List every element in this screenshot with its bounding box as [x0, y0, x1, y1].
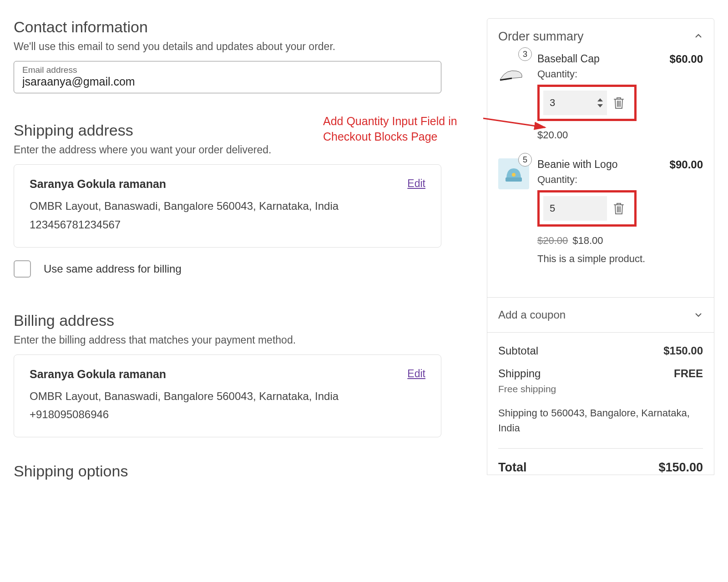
unit-price: $18.00: [572, 235, 603, 246]
quantity-highlight-box: [537, 190, 637, 227]
svg-point-2: [512, 173, 516, 177]
billing-address-card: Saranya Gokula ramanan Edit OMBR Layout,…: [14, 354, 441, 438]
email-label: Email address: [22, 65, 433, 75]
email-input[interactable]: [22, 75, 433, 88]
total-value: $150.00: [658, 461, 703, 475]
cart-item: 3 Baseball Cap $60.00 Quantity:: [498, 53, 703, 141]
shipping-extra-line: 123456781234567: [30, 216, 425, 234]
product-thumbnail: 5: [498, 158, 529, 189]
product-description: This is a simple product.: [537, 252, 703, 266]
shipping-address-card: Saranya Gokula ramanan Edit OMBR Layout,…: [14, 164, 441, 248]
product-thumbnail: 3: [498, 53, 529, 84]
contact-title: Contact information: [14, 18, 441, 36]
billing-name: Saranya Gokula ramanan: [30, 368, 166, 381]
product-name: Baseball Cap: [537, 53, 600, 65]
quantity-highlight-box: [537, 85, 637, 121]
quantity-badge: 3: [518, 47, 532, 61]
shipping-method: Free shipping: [498, 384, 703, 395]
shipping-edit-link[interactable]: Edit: [407, 177, 425, 190]
annotation-line2: Checkout Blocks Page: [323, 129, 457, 145]
billing-edit-link[interactable]: Edit: [407, 368, 425, 380]
cart-item: 5 Beanie with Logo $90.00 Quantit: [498, 158, 703, 266]
quantity-label: Quantity:: [537, 68, 703, 80]
stepper-down-icon[interactable]: [597, 104, 603, 108]
shipping-address-line: OMBR Layout, Banaswadi, Bangalore 560043…: [30, 197, 425, 216]
trash-icon: [613, 202, 625, 215]
order-summary-collapse-toggle[interactable]: [694, 31, 703, 42]
chevron-up-icon: [694, 31, 703, 40]
billing-address-line: OMBR Layout, Banaswadi, Bangalore 560043…: [30, 387, 425, 406]
quantity-input[interactable]: [543, 91, 593, 115]
same-billing-label: Use same address for billing: [44, 263, 182, 275]
order-summary-panel: Order summary 3 Baseball Cap: [487, 18, 714, 475]
unit-price: $20.00: [537, 129, 703, 141]
shipping-value: FREE: [674, 367, 703, 380]
shipping-to: Shipping to 560043, Bangalore, Karnataka…: [498, 405, 703, 435]
unit-original-price: $20.00: [537, 235, 568, 246]
quantity-badge: 5: [518, 153, 532, 167]
annotation-line1: Add Quantity Input Field in: [323, 114, 457, 129]
product-name: Beanie with Logo: [537, 158, 617, 171]
shipping-desc: Enter the address where you want your or…: [14, 144, 441, 156]
shipping-label: Shipping: [498, 367, 541, 380]
billing-desc: Enter the billing address that matches y…: [14, 334, 441, 346]
svg-rect-1: [506, 177, 522, 182]
line-total: $60.00: [670, 53, 703, 66]
shipping-name: Saranya Gokula ramanan: [30, 177, 166, 191]
add-coupon-toggle[interactable]: Add a coupon: [487, 297, 714, 333]
contact-desc: We'll use this email to send you details…: [14, 40, 441, 53]
shipping-options-title: Shipping options: [14, 462, 441, 480]
quantity-label: Quantity:: [537, 174, 703, 186]
order-summary-title: Order summary: [498, 30, 584, 44]
billing-phone-line: +918095086946: [30, 405, 425, 424]
add-coupon-label: Add a coupon: [498, 309, 566, 321]
trash-icon: [613, 96, 625, 109]
quantity-input[interactable]: [543, 196, 607, 221]
subtotal-label: Subtotal: [498, 344, 538, 357]
remove-item-button[interactable]: [607, 196, 631, 221]
quantity-stepper[interactable]: [593, 91, 607, 115]
same-billing-checkbox[interactable]: [14, 260, 31, 278]
annotation-text: Add Quantity Input Field in Checkout Blo…: [323, 114, 457, 145]
line-total: $90.00: [670, 158, 703, 171]
chevron-down-icon: [694, 310, 703, 319]
stepper-up-icon[interactable]: [597, 98, 603, 102]
total-label: Total: [498, 461, 527, 475]
beanie-icon: [504, 165, 524, 183]
billing-title: Billing address: [14, 312, 441, 329]
remove-item-button[interactable]: [607, 91, 631, 115]
subtotal-value: $150.00: [663, 344, 703, 357]
email-field-wrap[interactable]: Email address: [14, 61, 441, 93]
baseball-cap-icon: [498, 66, 527, 82]
